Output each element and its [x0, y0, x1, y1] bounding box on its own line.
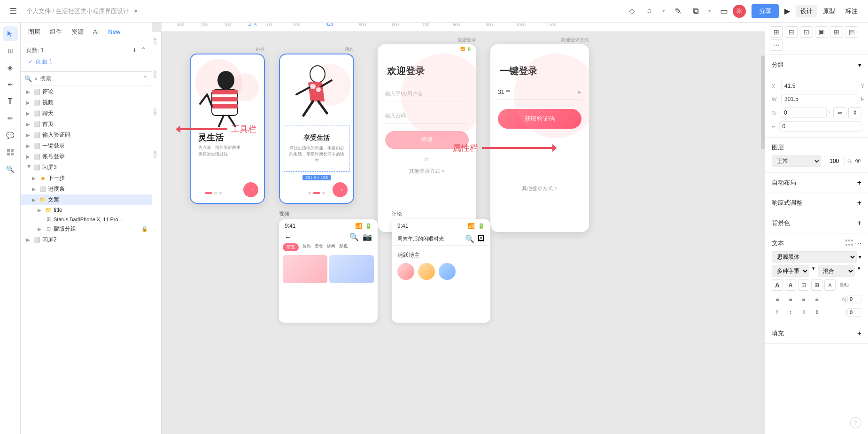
category-tag[interactable]: 萌宠 [283, 243, 299, 251]
layer-item-account-login[interactable]: ▶ ⬜ 账号登录 [21, 151, 152, 162]
frame-splash2[interactable]: 享受生活 寻找生活中的乐趣，丰富内心的生活，享受时间长河中的快乐 301.5 ×… [279, 54, 354, 204]
duplicate-icon[interactable]: ⧉ [690, 6, 701, 16]
next-btn-2[interactable]: → [333, 182, 348, 197]
edit-icon[interactable]: ✎ [673, 6, 683, 16]
text-style-expand[interactable]: ⊞ [811, 279, 822, 291]
select-tool[interactable] [3, 26, 18, 41]
search-btn-video[interactable]: 🔍 [349, 232, 359, 241]
layout-icon-7[interactable]: ⋯ [770, 39, 783, 51]
category-tag[interactable]: 烧烤 [327, 243, 335, 251]
text-tool[interactable]: T [3, 94, 18, 109]
search-btn-comment[interactable]: 🔍 [465, 234, 474, 243]
font-weight-select[interactable]: 多种字重 [772, 265, 809, 277]
collapse-layers-btn[interactable]: ⌃ [142, 75, 148, 82]
other-login-btn[interactable]: 其他登录方式 > [378, 168, 476, 175]
add-bg-color-btn[interactable]: + [857, 219, 861, 227]
category-tag[interactable]: 装饰 [302, 243, 311, 251]
text-style-A[interactable]: A [772, 279, 783, 291]
frame-comment[interactable]: 9:41 📶🔋 周末午后的闲暇时光 🔍 🖼 活跃博主 [392, 219, 490, 323]
pencil-tool[interactable]: ✏ [3, 111, 18, 126]
add-auto-layout-btn[interactable]: + [857, 178, 861, 187]
valign-bottom[interactable]: ⇩ [798, 307, 809, 318]
valign-middle[interactable]: ↕ [785, 307, 796, 318]
search-tool[interactable]: 🔍 [3, 162, 18, 177]
skip-label-3[interactable]: 免密登录 [378, 37, 476, 43]
photo-btn-comment[interactable]: 🖼 [477, 234, 485, 243]
plugin-tool[interactable] [3, 145, 18, 160]
pen-tool[interactable]: ✒ [3, 77, 18, 92]
font-family-select[interactable]: 思源黑体 [772, 251, 857, 263]
text-overflow-auto[interactable]: A [824, 279, 836, 291]
valign-top[interactable]: ⇧ [772, 307, 783, 318]
play-button[interactable]: ▶ [784, 7, 790, 16]
layer-item-mask-group[interactable]: ▶ ⊡ 蒙版分组 🔒 [21, 224, 152, 234]
frame-icon[interactable]: ▭ [719, 6, 729, 16]
layer-item-comments[interactable]: ▶ ⬜ 评论 [21, 86, 152, 97]
layout-icon-3[interactable]: ⊡ [800, 26, 813, 38]
category-tag[interactable]: 美食 [315, 243, 323, 251]
prop-rotation-input[interactable] [781, 108, 827, 118]
font-weight-dropdown[interactable]: ▾ [812, 265, 815, 277]
component-tool[interactable]: ◈ [3, 60, 18, 75]
layer-item-next[interactable]: ▶ ◆ 下一步 [21, 173, 152, 184]
layer-item-chat[interactable]: ▶ ⬜ 聊天 [21, 108, 152, 119]
scrollbar-thumb[interactable] [761, 55, 765, 149]
tab-layers[interactable]: 图层 [24, 26, 44, 38]
align-right[interactable]: ≡ [798, 294, 809, 305]
search-input[interactable] [40, 75, 140, 82]
text-more-btn[interactable]: ⋯ [855, 240, 861, 247]
text-style-A-small[interactable]: A [785, 279, 796, 291]
line-height-input[interactable] [847, 308, 861, 317]
layer-item-onekey[interactable]: ▶ ⬜ 一键登录 [21, 140, 152, 151]
visibility-toggle[interactable]: 👁 [855, 157, 861, 165]
align-justify[interactable]: ≡ [811, 294, 822, 305]
layout-icon-2[interactable]: ⊟ [785, 26, 798, 38]
group-dropdown[interactable]: ▾ [858, 62, 861, 69]
tab-ai[interactable]: AI [89, 26, 102, 37]
font-size-select[interactable]: 混合 [818, 265, 855, 277]
layer-item-splash2[interactable]: ▶ ⬜ 闪屏2 [21, 234, 152, 245]
collapse-pages-btn[interactable]: ⌃ [140, 46, 146, 54]
scrollbar-vertical[interactable] [761, 32, 765, 434]
lock-icon[interactable]: 🔒 [141, 226, 148, 232]
tab-components[interactable]: 组件 [46, 26, 66, 38]
back-btn-video[interactable]: ← [285, 233, 291, 241]
layout-icon-6[interactable]: ▤ [845, 26, 858, 38]
layer-item-verify[interactable]: ▶ ⬜ 输入验证码 [21, 130, 152, 140]
frame-oneclick[interactable]: 一键登录 31 ** ▶ 获取验证码 其他登录方式 > [490, 44, 589, 232]
layer-item-statusbar[interactable]: ⊞ Status Bar/iPhone X, 11 Pro ... [21, 215, 152, 224]
circle-tool-icon[interactable]: ○ [644, 6, 655, 16]
tab-design[interactable]: 设计 [796, 5, 817, 17]
comment-tool[interactable]: 💬 [3, 128, 18, 143]
align-left[interactable]: ≡ [772, 294, 783, 305]
page-item-1[interactable]: ✓ 页面 1 [24, 55, 148, 68]
tab-assets[interactable]: 资源 [68, 26, 87, 38]
blend-mode-select[interactable]: 正常 [772, 155, 821, 167]
skip-label-1[interactable]: 跳过 [190, 46, 265, 53]
frame-video[interactable]: 9:41 📶🔋 ← 🔍 📷 [279, 219, 378, 323]
tab-new[interactable]: New [104, 26, 124, 37]
align-center[interactable]: ≡ [785, 294, 796, 305]
layout-icon-5[interactable]: ⊞ [830, 26, 843, 38]
opacity-input[interactable] [824, 156, 845, 166]
camera-btn-video[interactable]: 📷 [363, 232, 372, 241]
add-fill-btn[interactable]: + [857, 329, 861, 338]
next-btn-1[interactable]: → [243, 182, 258, 197]
prop-w-input[interactable] [781, 94, 858, 104]
flip-h-btn[interactable]: ⇔ [833, 107, 846, 118]
font-size-dropdown[interactable]: ▾ [858, 265, 860, 277]
layer-item-splash3[interactable]: ▶ ⬜ 闪屏3 [21, 162, 152, 173]
layer-item-progress[interactable]: ▶ ⬜ 进度条 [21, 184, 152, 194]
search-dropdown[interactable]: ∨ [34, 75, 38, 82]
add-responsive-btn[interactable]: + [857, 199, 861, 207]
letter-spacing-input[interactable] [847, 295, 861, 303]
layer-item-content[interactable]: ▶ 📁 文案 [21, 194, 152, 205]
layer-item-title[interactable]: ▶ 📁 title [21, 205, 152, 215]
canvas-content[interactable]: 跳过 [162, 32, 765, 434]
menu-icon[interactable]: ☰ [6, 4, 21, 19]
layer-item-home[interactable]: ▶ ⬜ 首页 [21, 119, 152, 130]
prop-x-input[interactable] [781, 81, 858, 91]
flip-v-btn[interactable]: ⇕ [848, 107, 861, 118]
text-style-truncate[interactable]: ⊡ [798, 279, 809, 291]
canvas[interactable]: -300 -200 -100 41.5 100 200 343 500 600 … [152, 23, 765, 434]
